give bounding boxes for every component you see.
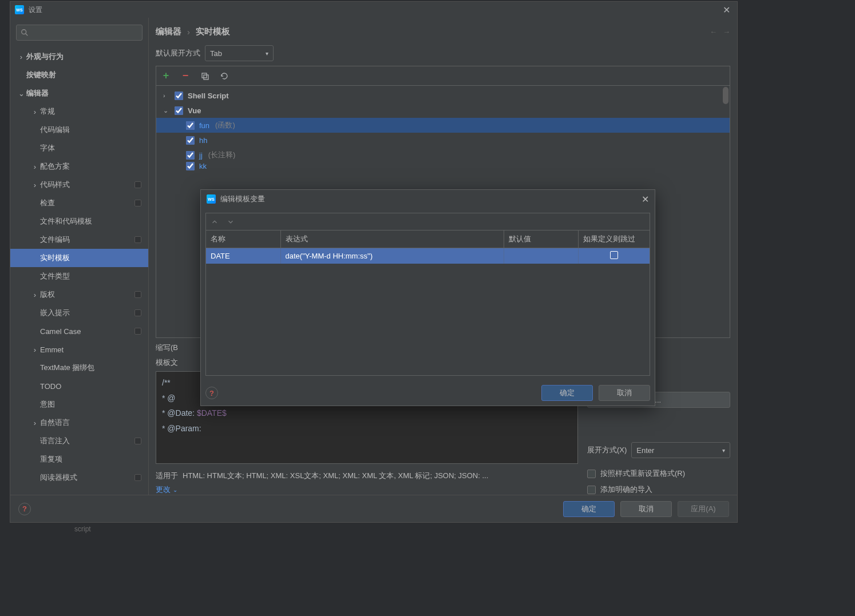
applies-row: 适用于 HTML: HTML文本; HTML; XML: XSL文本; XML;… xyxy=(156,471,578,481)
checkbox[interactable] xyxy=(175,106,183,115)
list-item[interactable]: fun(函数) xyxy=(156,118,730,133)
cell-skip[interactable] xyxy=(578,248,650,264)
sidebar-item-label: 文件类型 xyxy=(40,271,141,281)
remove-icon[interactable]: − xyxy=(180,71,191,81)
breadcrumb: 编辑器 › 实时模板 xyxy=(156,26,710,37)
chevron-down-icon: ▾ xyxy=(266,50,268,57)
settings-tree[interactable]: ›外观与行为按键映射⌄编辑器›常规代码编辑字体›配色方案›代码样式检查文件和代码… xyxy=(10,45,148,495)
sidebar-item[interactable]: ⌄编辑器 xyxy=(10,84,148,102)
edit-template-variables-dialog: WS 编辑模板变量 ✕ 名称 表达式 默认值 如果定义则跳过 DATE xyxy=(200,189,655,406)
expand-label: 默认展开方式 xyxy=(156,48,200,58)
expand2-dropdown[interactable]: Enter ▾ xyxy=(631,442,730,458)
list-item[interactable]: ›Shell Script xyxy=(156,88,730,103)
checkbox-icon[interactable] xyxy=(610,251,618,259)
sidebar-item[interactable]: 代码编辑 xyxy=(10,121,148,139)
sidebar-item[interactable]: ›外观与行为 xyxy=(10,47,148,66)
dialog-cancel-button[interactable]: 取消 xyxy=(599,385,650,401)
scope-badge-icon xyxy=(134,181,141,188)
revert-icon[interactable] xyxy=(219,71,229,81)
item-desc: (长注释) xyxy=(208,150,236,160)
cancel-button[interactable]: 取消 xyxy=(620,501,672,517)
sidebar-item[interactable]: ›自然语言 xyxy=(10,414,148,432)
ok-button[interactable]: 确定 xyxy=(563,501,615,517)
opt1-row[interactable]: 按照样式重新设置格式(R) xyxy=(587,468,730,479)
sidebar-item[interactable]: 文件类型 xyxy=(10,267,148,285)
sidebar-item[interactable]: 意图 xyxy=(10,395,148,414)
applies-text: HTML: HTML文本; HTML; XML: XSL文本; XML; XML… xyxy=(183,471,488,481)
sidebar-item-label: 代码样式 xyxy=(40,180,134,190)
sidebar-item[interactable]: TODO xyxy=(10,377,148,395)
checkbox-icon[interactable] xyxy=(587,470,596,478)
col-skip: 如果定义则跳过 xyxy=(578,230,650,248)
checkbox[interactable] xyxy=(186,151,195,160)
scrollbar[interactable] xyxy=(723,87,729,336)
help-icon[interactable]: ? xyxy=(205,387,218,399)
add-icon[interactable]: + xyxy=(161,71,171,81)
scrollbar-thumb[interactable] xyxy=(723,87,729,104)
checkbox[interactable] xyxy=(186,121,195,130)
scope-badge-icon xyxy=(134,474,141,481)
close-icon[interactable]: ✕ xyxy=(642,194,649,205)
close-icon[interactable]: ✕ xyxy=(721,5,733,15)
search-input[interactable] xyxy=(16,25,142,41)
sidebar-item[interactable]: ›配色方案 xyxy=(10,157,148,176)
change-link-arrow[interactable]: ⌄ xyxy=(173,487,177,493)
variable-table[interactable]: 名称 表达式 默认值 如果定义则跳过 DATE date("Y-MM-d HH:… xyxy=(206,230,650,264)
col-default: 默认值 xyxy=(504,230,578,248)
sidebar-item-label: 实时模板 xyxy=(40,253,141,263)
sidebar-item[interactable]: 按键映射 xyxy=(10,66,148,84)
expand-row: 默认展开方式 Tab ▾ xyxy=(156,45,730,61)
sidebar-item[interactable]: 检查 xyxy=(10,194,148,212)
sidebar-item[interactable]: ›版权 xyxy=(10,285,148,304)
checkbox-icon[interactable] xyxy=(587,486,596,494)
chevron-icon: › xyxy=(163,92,171,99)
help-icon[interactable]: ? xyxy=(18,503,31,515)
checkbox[interactable] xyxy=(175,92,183,100)
item-name: fun xyxy=(199,121,209,130)
move-up-icon[interactable] xyxy=(211,218,219,226)
list-item[interactable]: jj(长注释) xyxy=(156,148,730,162)
item-name: Shell Script xyxy=(188,92,229,100)
cell-name[interactable]: DATE xyxy=(206,248,280,264)
cell-default[interactable] xyxy=(504,248,578,264)
list-item[interactable]: hh xyxy=(156,133,730,148)
sidebar-item[interactable]: TextMate 捆绑包 xyxy=(10,359,148,377)
scope-badge-icon xyxy=(134,291,141,298)
chevron-icon: ⌄ xyxy=(163,107,171,114)
sidebar-item[interactable]: ›Emmet xyxy=(10,340,148,359)
copy-icon[interactable] xyxy=(200,71,210,81)
nav-back-icon[interactable]: ← xyxy=(710,27,717,36)
breadcrumb-sep: › xyxy=(187,27,190,37)
sidebar-item[interactable]: 语言注入 xyxy=(10,432,148,450)
sidebar-item[interactable]: Camel Case xyxy=(10,322,148,340)
dialog-body: 名称 表达式 默认值 如果定义则跳过 DATE date("Y-MM-d HH:… xyxy=(201,208,655,380)
sidebar-item-label: 文件和代码模板 xyxy=(40,216,141,226)
sidebar-item[interactable]: 重复项 xyxy=(10,450,148,468)
nav-forward-icon[interactable]: → xyxy=(723,27,730,36)
opt2-row[interactable]: 添加明确的导入 xyxy=(587,484,730,495)
dialog-titlebar: WS 编辑模板变量 ✕ xyxy=(201,190,655,208)
change-link[interactable]: 更改 xyxy=(156,485,171,494)
sidebar-item[interactable]: ›常规 xyxy=(10,102,148,121)
sidebar-item[interactable]: 文件和代码模板 xyxy=(10,212,148,230)
expand-dropdown[interactable]: Tab ▾ xyxy=(205,45,274,61)
table-spacer xyxy=(206,264,650,375)
sidebar-item[interactable]: ›代码样式 xyxy=(10,176,148,194)
apply-button[interactable]: 应用(A) xyxy=(678,501,729,517)
cell-expr[interactable]: date("Y-MM-d HH:mm:ss") xyxy=(280,248,504,264)
sidebar-item-label: 版权 xyxy=(40,289,134,300)
chevron-icon: › xyxy=(30,181,40,189)
list-item[interactable]: ⌄Vue xyxy=(156,103,730,118)
sidebar-item[interactable]: 文件编码 xyxy=(10,230,148,249)
list-item[interactable]: kk xyxy=(156,162,730,169)
table-row[interactable]: DATE date("Y-MM-d HH:mm:ss") xyxy=(206,248,650,264)
checkbox[interactable] xyxy=(186,162,195,170)
sidebar-item[interactable]: 阅读器模式 xyxy=(10,468,148,487)
sidebar-item[interactable]: 实时模板 xyxy=(10,249,148,267)
sidebar-item[interactable]: 嵌入提示 xyxy=(10,304,148,322)
checkbox[interactable] xyxy=(186,136,195,145)
sidebar-item[interactable]: 字体 xyxy=(10,139,148,157)
dialog-ok-button[interactable]: 确定 xyxy=(541,385,593,401)
move-down-icon[interactable] xyxy=(227,218,235,226)
webstorm-icon: WS xyxy=(15,5,24,14)
